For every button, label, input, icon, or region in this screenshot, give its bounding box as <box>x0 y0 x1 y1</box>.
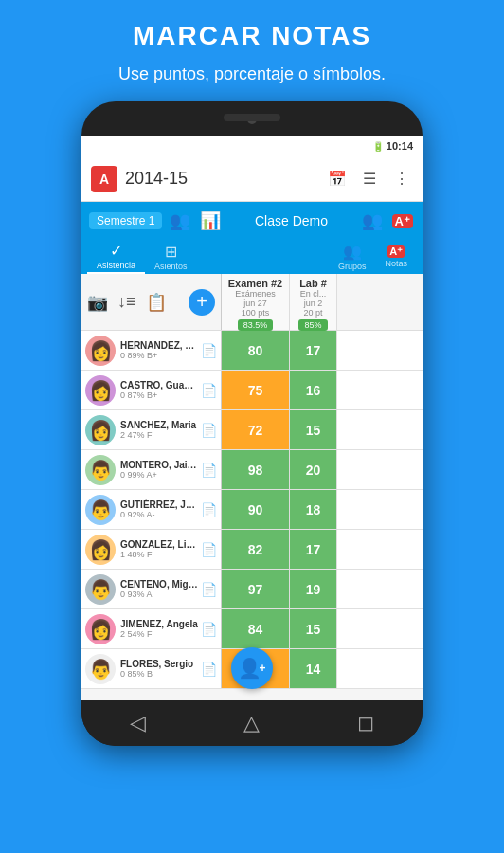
tab-asistencia[interactable]: ✓ Asistencia <box>87 240 145 274</box>
grade-cell-exam2[interactable]: 80 <box>222 331 290 370</box>
status-bar: 🔋 10:14 <box>81 136 423 156</box>
table-row[interactable]: 👩 HERNANDEZ, Maria 0 89% B+ 📄 80 17 <box>81 331 423 371</box>
row-note-icon[interactable]: 📄 <box>201 463 217 478</box>
avatar: 👩 <box>85 614 116 644</box>
grade-cell-lab[interactable]: 18 <box>290 490 337 529</box>
home-button[interactable]: △ <box>243 711 260 735</box>
grade-cell-exam2[interactable]: 98 <box>222 450 290 489</box>
tab-grupos-label: Grupos <box>338 262 367 271</box>
grade-cell-lab[interactable]: 15 <box>290 609 337 648</box>
row-note-icon[interactable]: 📄 <box>201 582 217 597</box>
student-name: HERNANDEZ, Maria <box>120 340 199 351</box>
row-note-icon[interactable]: 📄 <box>201 423 217 438</box>
student-info: 👩 GONZALEZ, Linda 1 48% F 📄 <box>81 530 222 569</box>
semester-label[interactable]: Semestre 1 <box>89 212 162 229</box>
grade-cell-lab[interactable]: 16 <box>290 371 337 409</box>
student-rows: 👩 HERNANDEZ, Maria 0 89% B+ 📄 80 17 👩 CA… <box>81 331 423 700</box>
grade-cell-lab[interactable]: 17 <box>290 530 337 569</box>
student-stats: 2 54% F <box>120 629 199 639</box>
row-note-icon[interactable]: 📄 <box>201 542 217 557</box>
student-name: FLORES, Sergio <box>120 659 199 669</box>
tab-asistencia-icon: ✓ <box>110 242 122 260</box>
subtitle: Use puntos, porcentaje o símbolos. <box>99 64 405 84</box>
phone-speaker <box>224 114 280 121</box>
grade-cell-exam2[interactable]: 97 <box>222 570 290 608</box>
app-year[interactable]: 2014-15 <box>125 169 326 189</box>
grade-icon[interactable]: A⁺ <box>392 214 413 228</box>
row-note-icon[interactable]: 📄 <box>201 502 217 517</box>
avatar: 👩 <box>85 415 116 445</box>
add-student-fab[interactable]: 👤 + <box>231 647 273 689</box>
more-icon[interactable]: ⋮ <box>390 168 413 191</box>
student-name: CENTENO, Miguel <box>120 579 199 590</box>
grade-cell-exam2[interactable]: 84 <box>222 609 290 648</box>
sort-icon[interactable]: ↓≡ <box>117 292 136 312</box>
col-header-examen2[interactable]: Examen #2 Exámenes jun 27 100 pts 83.5% <box>222 274 290 330</box>
table-row[interactable]: 👨 CENTENO, Miguel 0 93% A 📄 97 19 <box>81 570 423 609</box>
tab-asientos-label: Asientos <box>154 262 188 271</box>
student-details: MONTERO, Jaime 0 99% A+ <box>120 460 199 480</box>
col-examen2-subtitle: Exámenes <box>235 289 276 299</box>
grade-cell-exam2[interactable]: 75 <box>222 371 290 409</box>
table-row[interactable]: 👨 MONTERO, Jaime 0 99% A+ 📄 98 20 <box>81 450 423 490</box>
col-examen2-pts: 100 pts <box>242 308 270 318</box>
col-headers: 📷 ↓≡ 📋 + Examen #2 Exámenes jun 27 100 p… <box>81 274 423 331</box>
student-name: JIMENEZ, Angela <box>120 619 199 629</box>
student-details: CASTRO, Guadalupe 0 87% B+ <box>120 380 199 400</box>
tab-asientos[interactable]: ⊞ Asientos <box>145 240 197 274</box>
table-row[interactable]: 👩 JIMENEZ, Angela 2 54% F 📄 84 15 <box>81 609 423 649</box>
avatar: 👩 <box>85 336 116 366</box>
student-col-header: 📷 ↓≡ 📋 + <box>81 274 222 330</box>
table-row[interactable]: 👨 GUTIÉRREZ, Jorge 0 92% A- 📄 90 18 <box>81 490 423 530</box>
recents-button[interactable]: ◻ <box>357 711 374 735</box>
avatar: 👨 <box>85 654 116 684</box>
student-name: GUTIÉRREZ, Jorge <box>120 499 199 510</box>
row-note-icon[interactable]: 📄 <box>201 662 217 677</box>
grade-cell-lab[interactable]: 19 <box>290 570 337 608</box>
student-stats: 0 89% B+ <box>120 351 199 360</box>
tab-notas-label: Notas <box>385 259 407 268</box>
student-info: 👩 CASTRO, Guadalupe 0 87% B+ 📄 <box>81 371 222 409</box>
grade-cell-exam2[interactable]: 90 <box>222 490 290 529</box>
phone-frame: 🔋 10:14 A 2014-15 📅 ☰ ⋮ Semestre 1 👥 📊 C… <box>81 101 423 746</box>
avatar: 👨 <box>85 455 116 485</box>
col-examen2-avg: 83.5% <box>238 319 274 331</box>
avatar: 👩 <box>85 375 116 406</box>
col-header-lab[interactable]: Lab # En cl... jun 2 20 pt 85% <box>290 274 337 330</box>
avatar: 👨 <box>85 574 116 605</box>
student-stats: 2 47% F <box>120 430 199 440</box>
add-assignment-btn[interactable]: + <box>189 289 215 316</box>
col-lab-subtitle: En cl... <box>300 289 327 299</box>
grade-cell-lab[interactable]: 14 <box>290 649 337 688</box>
student-stats: 0 85% B <box>120 669 199 679</box>
grade-cell-lab[interactable]: 15 <box>290 410 337 449</box>
student-info: 👩 SANCHEZ, Maria 2 47% F 📄 <box>81 410 222 449</box>
groups-icon[interactable]: 👥 <box>362 210 383 231</box>
student-name: GONZALEZ, Linda <box>120 539 199 550</box>
grade-cell-exam2[interactable]: 72 <box>222 410 290 449</box>
menu-icon[interactable]: ☰ <box>358 168 381 191</box>
col-lab-avg: 85% <box>298 319 327 331</box>
table-row[interactable]: 👩 GONZALEZ, Linda 1 48% F 📄 82 17 <box>81 530 423 570</box>
group-icon[interactable]: 👥 <box>170 210 190 231</box>
page-title: MARCAR NOTAS <box>133 21 371 51</box>
row-note-icon[interactable]: 📄 <box>201 383 217 398</box>
row-note-icon[interactable]: 📄 <box>201 622 217 637</box>
calendar-icon[interactable]: 📅 <box>326 168 349 191</box>
phone-nav-bar: ◁ △ ◻ <box>81 700 423 746</box>
camera-icon[interactable]: 📷 <box>87 292 108 313</box>
avatar: 👨 <box>85 495 116 525</box>
grade-cell-lab[interactable]: 20 <box>290 450 337 489</box>
back-button[interactable]: ◁ <box>130 711 146 735</box>
tab-notas[interactable]: A⁺ Notas <box>375 240 417 274</box>
table-row[interactable]: 👩 CASTRO, Guadalupe 0 87% B+ 📄 75 16 <box>81 371 423 410</box>
toolbar: Semestre 1 👥 📊 Clase Demo 👥 A⁺ <box>81 202 423 240</box>
chart-icon[interactable]: 📊 <box>200 210 221 231</box>
grade-cell-lab[interactable]: 17 <box>290 331 337 370</box>
paste-icon[interactable]: 📋 <box>146 292 167 313</box>
grade-cell-exam2[interactable]: 82 <box>222 530 290 569</box>
row-note-icon[interactable]: 📄 <box>201 343 217 358</box>
table-row[interactable]: 👩 SANCHEZ, Maria 2 47% F 📄 72 15 <box>81 410 423 450</box>
status-time: 10:14 <box>387 140 413 152</box>
tab-grupos[interactable]: 👥 Grupos <box>329 240 376 274</box>
